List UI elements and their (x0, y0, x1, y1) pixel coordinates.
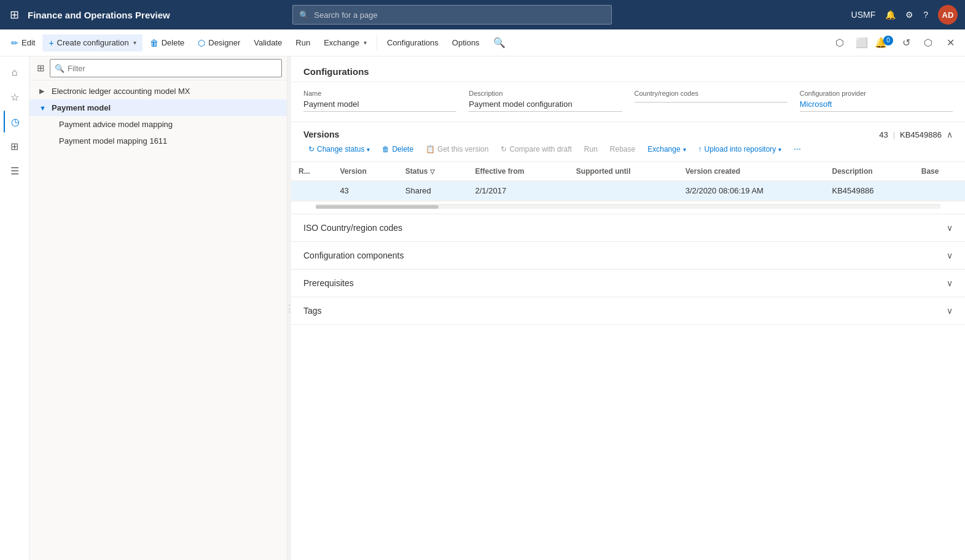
compare-draft-btn[interactable]: ↻ Compare with draft (496, 142, 576, 157)
tree-filter-input[interactable] (50, 59, 282, 77)
main-layout: ⌂ ☆ ◷ ⊞ ☰ ⊞ 🔍 ▶ Electronic ledger accoun… (0, 56, 965, 560)
more-options-btn[interactable]: ⋯ (789, 142, 806, 157)
notification-icon[interactable]: 🔔 (885, 10, 896, 20)
status-filter-icon[interactable]: ▽ (430, 168, 435, 175)
main-toolbar: ✏ Edit + Create configuration 🗑 Delete ⬡… (0, 29, 965, 56)
iso-country-header[interactable]: ISO Country/region codes ∨ (291, 214, 965, 241)
open-new-btn[interactable]: ⬡ (918, 33, 938, 53)
side-rail: ⌂ ☆ ◷ ⊞ ☰ (0, 56, 29, 560)
avatar[interactable]: AD (938, 5, 958, 25)
upload-repository-btn[interactable]: ↑ Upload into repository ▾ (693, 142, 787, 157)
versions-title: Versions (303, 130, 339, 139)
change-status-icon: ↻ (308, 145, 315, 154)
field-desc-label: Description (469, 90, 622, 97)
cell-base (914, 181, 965, 201)
search-icon: 🔍 (299, 10, 309, 20)
col-description: Description (825, 162, 914, 181)
home-icon-btn[interactable]: ⌂ (4, 61, 26, 84)
search-input[interactable] (314, 10, 605, 20)
col-status: Status ▽ (398, 162, 468, 181)
configurations-section-title: Configurations (291, 56, 965, 82)
toolbar-nav-right: ⬡ ⬜ 🔔 0 ↺ ⬡ ✕ (830, 33, 960, 53)
tree-item-elec-ledger[interactable]: ▶ Electronic ledger accounting model MX (29, 83, 287, 99)
expand-icon-btn[interactable]: ⬜ (852, 33, 872, 53)
settings-icon[interactable]: ⚙ (905, 10, 913, 20)
versions-exchange-btn[interactable]: Exchange ▾ (643, 142, 690, 157)
versions-section: Versions 43 | KB4549886 ∧ ↻ Change statu… (291, 122, 965, 214)
recent-icon-btn[interactable]: ◷ (4, 111, 26, 133)
col-version-created: Version created (678, 162, 825, 181)
global-search[interactable]: 🔍 (292, 5, 612, 25)
resize-handle[interactable] (287, 56, 291, 560)
rebase-btn[interactable]: Rebase (605, 142, 640, 157)
edit-icon: ✏ (11, 38, 18, 48)
cell-description: KB4549886 (825, 181, 914, 201)
designer-button[interactable]: ⬡ Designer (192, 34, 246, 52)
delete-button[interactable]: 🗑 Delete (144, 34, 191, 52)
config-components-title: Configuration components (303, 251, 404, 260)
run-button[interactable]: Run (289, 34, 316, 51)
tree-label-advice: Payment advice model mapping (59, 120, 173, 129)
change-status-chevron: ▾ (367, 146, 370, 153)
col-version: Version (332, 162, 397, 181)
get-version-icon: 📋 (426, 145, 435, 154)
filter-search-icon: 🔍 (55, 64, 64, 73)
versions-toolbar: ↻ Change status ▾ 🗑 Delete 📋 Get this ve… (291, 139, 965, 162)
upload-icon: ↑ (698, 145, 702, 154)
upload-chevron: ▾ (778, 146, 781, 153)
cell-status: Shared (398, 181, 468, 201)
change-status-btn[interactable]: ↻ Change status ▾ (303, 142, 375, 157)
versions-run-btn[interactable]: Run (579, 142, 603, 157)
tree-panel: ⊞ 🔍 ▶ Electronic ledger accounting model… (29, 56, 287, 560)
get-this-version-btn[interactable]: 📋 Get this version (421, 142, 493, 157)
field-name: Name Payment model (303, 90, 456, 112)
prerequisites-title: Prerequisites (303, 278, 354, 288)
tree-item-payment-model[interactable]: ▼ Payment model (29, 99, 287, 116)
cell-version-created: 3/2/2020 08:06:19 AM (678, 181, 825, 201)
options-tab[interactable]: Options (446, 34, 486, 51)
close-btn[interactable]: ✕ (940, 33, 960, 53)
modules-icon-btn[interactable]: ☰ (4, 160, 26, 182)
tree-item-payment-mapping[interactable]: Payment model mapping 1611 (29, 133, 287, 149)
version-divider: | (893, 130, 895, 139)
field-name-label: Name (303, 90, 456, 97)
tags-header[interactable]: Tags ∨ (291, 297, 965, 324)
table-row[interactable]: 43 Shared 2/1/2017 3/2/2020 08:06:19 AM … (291, 181, 965, 201)
shield-icon-btn[interactable]: ⬡ (830, 33, 850, 53)
config-components-section: Configuration components ∨ (291, 242, 965, 270)
tree-items: ▶ Electronic ledger accounting model MX … (29, 80, 287, 560)
h-scroll-thumb[interactable] (316, 205, 439, 209)
workspaces-icon-btn[interactable]: ⊞ (4, 135, 26, 157)
tree-label-elec: Electronic ledger accounting model MX (52, 87, 190, 96)
field-country-value (635, 99, 787, 103)
prerequisites-header[interactable]: Prerequisites ∨ (291, 270, 965, 297)
cell-effective-from: 2/1/2017 (468, 181, 569, 201)
expand-icon-elec: ▶ (39, 87, 48, 95)
favorites-icon-btn[interactable]: ☆ (4, 86, 26, 108)
col-base: Base (914, 162, 965, 181)
field-provider-value[interactable]: Microsoft (800, 99, 953, 112)
config-components-chevron: ∨ (947, 251, 953, 260)
edit-button[interactable]: ✏ Edit (5, 34, 41, 52)
versions-table-scroll[interactable]: R... Version Status ▽ Effective from (291, 162, 965, 201)
cell-r (291, 181, 332, 201)
col-effective-from: Effective from (468, 162, 569, 181)
exchange-button[interactable]: Exchange (318, 34, 373, 51)
expand-icon-payment: ▼ (39, 104, 48, 112)
create-configuration-button[interactable]: + Create configuration (42, 34, 142, 52)
search-toolbar-icon[interactable]: 🔍 (487, 33, 512, 52)
plus-icon: + (49, 38, 53, 48)
configurations-tab[interactable]: Configurations (381, 34, 445, 51)
grid-icon[interactable]: ⊞ (7, 6, 21, 24)
tree-filter-icon-btn[interactable]: ⊞ (34, 60, 47, 76)
config-components-header[interactable]: Configuration components ∨ (291, 242, 965, 269)
badge-btn[interactable]: 🔔 0 (874, 33, 894, 53)
validate-button[interactable]: Validate (248, 34, 288, 51)
versions-delete-btn[interactable]: 🗑 Delete (377, 142, 418, 157)
refresh-btn[interactable]: ↺ (896, 33, 916, 53)
versions-collapse-btn[interactable]: ∧ (947, 130, 953, 139)
h-scroll-bar[interactable] (316, 204, 940, 209)
tree-item-payment-advice[interactable]: Payment advice model mapping (29, 116, 287, 133)
help-icon[interactable]: ? (923, 10, 928, 20)
field-country-label: Country/region codes (635, 90, 787, 97)
